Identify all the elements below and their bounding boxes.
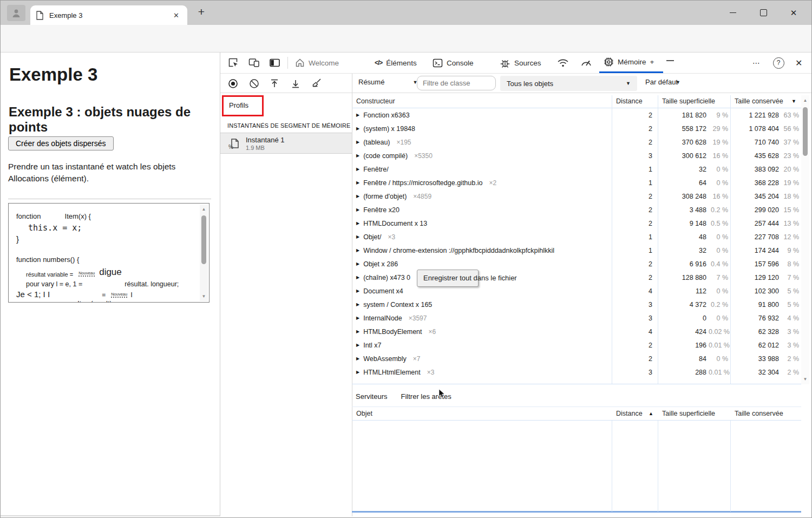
shallow-size-value: 48 <box>658 233 709 241</box>
devtools-more-button[interactable]: ⋯ <box>752 53 760 73</box>
scroll-thumb[interactable] <box>201 215 206 264</box>
distance-value: 3 <box>612 369 658 376</box>
table-row[interactable]: ▶InternalNode×3597 3 0 0 % 76 932 4 % <box>352 311 801 325</box>
table-row[interactable]: ▶system / Context x 165 3 4 372 0.2 % 91… <box>352 298 801 311</box>
expander-icon[interactable]: ▶ <box>356 234 359 239</box>
expander-icon[interactable]: ▶ <box>356 153 359 158</box>
window-close-button[interactable]: ✕ <box>785 5 802 21</box>
tab-memory[interactable]: Mémoire + <box>599 53 663 73</box>
mouse-cursor-icon <box>438 389 446 399</box>
expander-icon[interactable]: ▶ <box>356 126 359 131</box>
table-row[interactable]: ▶HTMLBodyElement×6 4 424 0.02 % 62 328 3… <box>352 325 801 338</box>
inspect-element-icon[interactable] <box>227 57 239 69</box>
table-row[interactable]: ▶Objet x 286 2 6 916 0.4 % 157 596 8 % <box>352 257 801 271</box>
table-row[interactable]: ▶(system) x 19848 2 558 172 29 % 1 078 4… <box>352 122 801 135</box>
table-row[interactable]: ▶(tableau)×195 2 370 628 19 % 710 740 37… <box>352 135 801 149</box>
save-all-to-file-button[interactable]: Enregistrer tout dans le fichier <box>417 270 479 287</box>
expander-icon[interactable]: ▶ <box>356 261 359 266</box>
expander-icon[interactable]: ▶ <box>356 288 359 293</box>
profile-avatar-icon[interactable] <box>7 5 25 21</box>
expander-icon[interactable]: ▶ <box>356 180 359 185</box>
expander-icon[interactable]: ▶ <box>356 113 359 117</box>
shallow-size-value: 9 148 <box>658 220 709 227</box>
table-row[interactable]: ▶(forme d'objet)×4859 2 308 248 16 % 345… <box>352 189 801 203</box>
default-select[interactable]: Par défaut ▼ <box>645 78 680 86</box>
table-row[interactable]: ▶WebAssembly×7 2 84 0 % 33 988 2 % <box>352 352 801 365</box>
expander-icon[interactable]: ▶ <box>356 316 359 320</box>
table-row[interactable]: ▶Fonction x6363 2 181 820 9 % 1 221 928 … <box>352 108 801 122</box>
new-tab-button[interactable]: + <box>194 5 208 18</box>
dock-side-icon[interactable] <box>269 57 280 69</box>
constructor-table-header[interactable]: Constructeur Distance Taille superficiel… <box>352 95 801 108</box>
table-row[interactable]: ▶HTMLDocument x 13 2 9 148 0.5 % 257 444… <box>352 217 801 230</box>
expander-icon[interactable]: ▶ <box>356 221 359 226</box>
table-row[interactable]: ▶(code compilé)×5350 3 300 612 16 % 435 … <box>352 149 801 162</box>
expander-icon[interactable]: ▶ <box>356 167 359 172</box>
browser-tab[interactable]: Exemple 3 ✕ <box>30 5 187 25</box>
expander-icon[interactable]: ▶ <box>356 194 359 199</box>
expander-icon[interactable]: ▶ <box>356 248 359 253</box>
devtools-help-button[interactable]: ? <box>772 57 784 69</box>
tab-sources[interactable]: Sources <box>500 53 541 73</box>
table-row[interactable]: ▶HTMLHtmlElement×3 3 288 0.01 % 32 304 2… <box>352 365 801 379</box>
shallow-size-value: 181 820 <box>658 112 709 119</box>
table-row[interactable]: ▶Fenêtre / https://microsoftedge.github.… <box>352 176 801 189</box>
scroll-up-icon[interactable]: ▲ <box>200 207 208 212</box>
save-profile-icon[interactable] <box>290 77 302 89</box>
scroll-thumb[interactable] <box>803 107 808 156</box>
shallow-size-pct: 0.2 % <box>709 206 730 214</box>
code-scrollbar[interactable]: ▲ ▼ <box>200 205 208 301</box>
table-row[interactable]: ▶Fenêtre/ 1 32 0 % 383 092 20 % <box>352 162 801 176</box>
expander-icon[interactable]: ▶ <box>356 370 359 375</box>
snapshot-item[interactable]: % Instantané 1 1.9 MB <box>220 133 352 154</box>
load-profile-icon[interactable] <box>269 77 280 89</box>
clear-all-broom-icon[interactable] <box>311 77 323 89</box>
shallow-size-pct: 0 % <box>709 314 730 322</box>
network-wifi-icon[interactable] <box>557 57 569 69</box>
constructor-name: HTMLHtmlElement <box>363 369 421 376</box>
table-row[interactable]: ▶Fenêtre x20 2 3 488 0.2 % 299 020 15 % <box>352 203 801 217</box>
table-scrollbar[interactable]: ▲ ▼ <box>801 95 809 384</box>
window-maximize-button[interactable] <box>755 5 771 21</box>
scroll-down-icon[interactable]: ▼ <box>801 377 809 382</box>
shallow-size-pct: 0.4 % <box>709 260 730 268</box>
distance-value: 2 <box>612 193 658 200</box>
retained-size-pct: 12 % <box>782 233 801 241</box>
record-icon[interactable] <box>227 77 239 89</box>
objects-select[interactable]: Tous les objets ▼ <box>500 76 637 91</box>
class-filter-input[interactable] <box>417 76 496 90</box>
retained-size-value: 1 078 404 <box>730 125 782 133</box>
expander-icon[interactable]: ▶ <box>356 302 359 307</box>
table-row[interactable]: ▶Window / chrome-extension ://gpphkfbcpi… <box>352 244 801 257</box>
table-row[interactable]: ▶Intl x7 2 196 0.01 % 62 012 3 % <box>352 338 801 352</box>
perspective-select[interactable]: Résumé ▼ <box>358 78 417 86</box>
expander-icon[interactable]: ▶ <box>356 329 359 334</box>
device-emulation-icon[interactable] <box>248 57 260 69</box>
constructor-name: Objet x 286 <box>363 260 398 268</box>
expander-icon[interactable]: ▶ <box>356 343 359 347</box>
window-minimize-button[interactable] <box>725 5 741 21</box>
expander-icon[interactable]: ▶ <box>356 140 359 145</box>
devtools-panel: Welcome </> Éléments Console Sources <box>220 53 812 516</box>
performance-gauge-icon[interactable] <box>580 57 592 69</box>
tab-title: Exemple 3 <box>49 11 171 19</box>
shallow-size-value: 0 <box>658 314 709 322</box>
scroll-up-icon[interactable]: ▲ <box>801 98 809 103</box>
expander-icon[interactable]: ▶ <box>356 275 359 280</box>
tab-console[interactable]: Console <box>433 53 474 73</box>
clear-icon[interactable] <box>248 77 260 89</box>
retainers-table-header[interactable]: Objet Distance ▲ Taille superficielle Ta… <box>352 406 801 421</box>
table-row[interactable]: ▶Objet/×3 1 48 0 % 227 708 12 % <box>352 230 801 244</box>
retained-size-value: 62 328 <box>730 328 782 336</box>
constructor-name: Objet/ <box>363 233 381 241</box>
expander-icon[interactable]: ▶ <box>356 207 359 212</box>
tab-close-button[interactable]: ✕ <box>171 10 182 21</box>
retained-size-value: 710 740 <box>730 139 782 146</box>
retained-size-value: 157 596 <box>730 260 782 268</box>
tab-elements[interactable]: </> Éléments <box>375 53 417 73</box>
tab-welcome[interactable]: Welcome <box>295 53 339 73</box>
expander-icon[interactable]: ▶ <box>356 356 359 361</box>
scroll-down-icon[interactable]: ▼ <box>200 294 208 299</box>
devtools-close-button[interactable]: ✕ <box>795 53 802 73</box>
create-objects-button[interactable]: Créer des objets dispersés <box>8 136 114 150</box>
